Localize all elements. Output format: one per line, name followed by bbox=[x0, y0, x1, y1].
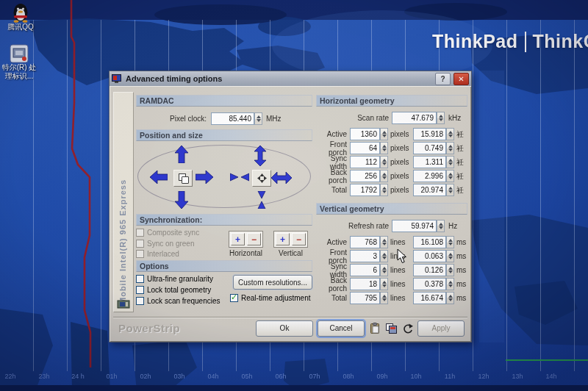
interlaced-checkbox-row: Interlaced bbox=[136, 249, 224, 259]
h-active-pixels-field[interactable]: 1360 bbox=[350, 128, 380, 140]
spinner[interactable] bbox=[380, 170, 388, 182]
spinner[interactable] bbox=[446, 142, 454, 154]
composite-sync-checkbox-row: Composite sync bbox=[136, 228, 224, 237]
tz-label: 05h bbox=[234, 373, 259, 380]
row-label: Active bbox=[316, 238, 350, 246]
unit-pixels: pixels bbox=[388, 172, 413, 180]
unit-lines: lines bbox=[388, 266, 413, 274]
vertical-minus-button[interactable]: − bbox=[292, 233, 306, 245]
realtime-adjustment-checkbox[interactable] bbox=[230, 294, 238, 302]
dialog-titlebar[interactable]: Advanced timing options ? ✕ bbox=[110, 71, 471, 87]
custom-resolutions-button[interactable]: Custom resolutions... bbox=[233, 275, 312, 290]
pixel-clock-row: Pixel clock: 85.440 MHz bbox=[136, 112, 312, 125]
h-back-porch-row: Back porch 256 pixels 2.996 衽 bbox=[316, 169, 467, 183]
h-sync-width-time-field[interactable]: 1.311 bbox=[413, 156, 446, 168]
shrink-horizontal-button[interactable] bbox=[230, 172, 249, 182]
move-down-button[interactable] bbox=[175, 191, 188, 209]
v-back-porch-time-field[interactable]: 0.378 bbox=[413, 278, 446, 290]
section-header-horizontal-geometry: Horizontal geometry bbox=[316, 95, 467, 107]
ok-button[interactable]: Ok bbox=[256, 320, 313, 337]
spinner[interactable] bbox=[380, 128, 388, 140]
v-total-lines-field[interactable]: 795 bbox=[350, 292, 380, 304]
pixel-clock-field[interactable]: 85.440 bbox=[211, 112, 254, 125]
row-label: Back porch bbox=[316, 168, 350, 184]
h-front-porch-time-field[interactable]: 0.749 bbox=[413, 142, 446, 154]
expand-horizontal-button[interactable] bbox=[271, 172, 292, 184]
tz-label: 23h bbox=[32, 373, 57, 380]
scan-rate-spinner[interactable] bbox=[437, 112, 445, 124]
h-total-pixels-field[interactable]: 1792 bbox=[350, 184, 380, 196]
ultra-fine-granularity-checkbox[interactable] bbox=[136, 275, 144, 283]
spinner[interactable] bbox=[380, 278, 388, 290]
intel-utility-icon bbox=[10, 44, 29, 63]
expand-vertical-button[interactable] bbox=[254, 146, 266, 166]
vertical-plus-button[interactable]: + bbox=[276, 233, 290, 245]
h-active-time-field[interactable]: 15.918 bbox=[413, 128, 446, 140]
v-active-time-field[interactable]: 16.108 bbox=[413, 236, 446, 248]
shrink-vertical-button[interactable] bbox=[257, 191, 267, 209]
overlapping-windows-icon bbox=[179, 173, 188, 183]
unit-ms: ms bbox=[454, 280, 467, 288]
spinner[interactable] bbox=[380, 142, 388, 154]
help-button[interactable]: ? bbox=[435, 73, 451, 85]
plus-icon: + bbox=[235, 235, 240, 244]
move-right-button[interactable] bbox=[196, 171, 213, 184]
v-sync-width-lines-field[interactable]: 6 bbox=[350, 264, 380, 276]
scan-rate-field[interactable]: 47.679 bbox=[392, 112, 437, 124]
help-icon: ? bbox=[440, 75, 445, 83]
cancel-button[interactable]: Cancel bbox=[318, 320, 365, 337]
spinner[interactable] bbox=[380, 264, 388, 276]
center-size-button[interactable] bbox=[252, 170, 271, 187]
spinner[interactable] bbox=[380, 250, 388, 262]
h-back-porch-time-field[interactable]: 2.996 bbox=[413, 170, 446, 182]
spinner[interactable] bbox=[446, 292, 454, 304]
close-button[interactable]: ✕ bbox=[453, 73, 469, 85]
v-front-porch-time-field[interactable]: 0.063 bbox=[413, 250, 446, 262]
h-sync-width-pixels-field[interactable]: 112 bbox=[350, 156, 380, 168]
pixel-clock-spinner[interactable] bbox=[254, 112, 262, 125]
v-back-porch-lines-field[interactable]: 18 bbox=[350, 278, 380, 290]
horizontal-minus-button[interactable]: − bbox=[247, 233, 261, 245]
map-green-line bbox=[506, 359, 588, 361]
move-left-button[interactable] bbox=[150, 171, 168, 184]
desktop-icon-intel-utility[interactable]: 特尔(R) 处 理标识... bbox=[0, 44, 38, 81]
paste-timings-button[interactable] bbox=[369, 323, 381, 334]
spinner[interactable] bbox=[446, 156, 454, 168]
refresh-rate-field[interactable]: 59.974 bbox=[392, 220, 437, 232]
sync-on-green-checkbox-row: Sync on green bbox=[136, 239, 224, 248]
lock-scan-frequencies-checkbox[interactable] bbox=[136, 297, 144, 305]
spinner[interactable] bbox=[380, 236, 388, 248]
move-up-button[interactable] bbox=[175, 146, 188, 163]
spinner[interactable] bbox=[446, 264, 454, 276]
spinner[interactable] bbox=[380, 156, 388, 168]
restore-timings-button[interactable] bbox=[401, 323, 413, 334]
lock-total-geometry-checkbox[interactable] bbox=[136, 286, 144, 294]
horizontal-label: Horizontal bbox=[229, 249, 263, 257]
h-back-porch-pixels-field[interactable]: 256 bbox=[350, 170, 380, 182]
spinner[interactable] bbox=[446, 184, 454, 196]
desktop-icon-qq[interactable]: 腾讯QQ bbox=[1, 2, 40, 32]
dialog-title: Advanced timing options bbox=[124, 74, 432, 83]
h-total-time-field[interactable]: 20.974 bbox=[413, 184, 446, 196]
spinner[interactable] bbox=[446, 128, 454, 140]
center-position-button[interactable] bbox=[173, 170, 193, 187]
spinner[interactable] bbox=[380, 184, 388, 196]
v-total-row: Total 795 lines 16.674 ms bbox=[316, 291, 467, 305]
v-total-time-field[interactable]: 16.674 bbox=[413, 292, 446, 304]
v-sync-width-time-field[interactable]: 0.126 bbox=[413, 264, 446, 276]
refresh-rate-spinner[interactable] bbox=[437, 220, 445, 232]
unit-us: 衽 bbox=[454, 185, 467, 196]
qq-penguin-icon bbox=[11, 2, 30, 23]
v-front-porch-lines-field[interactable]: 3 bbox=[350, 250, 380, 262]
v-active-lines-field[interactable]: 768 bbox=[350, 236, 380, 248]
horizontal-plus-button[interactable]: + bbox=[231, 233, 245, 245]
spinner[interactable] bbox=[446, 278, 454, 290]
copy-timings-button[interactable] bbox=[385, 323, 397, 334]
spinner[interactable] bbox=[446, 236, 454, 248]
spinner[interactable] bbox=[446, 250, 454, 262]
spinner[interactable] bbox=[380, 292, 388, 304]
h-front-porch-pixels-field[interactable]: 64 bbox=[350, 142, 380, 154]
position-size-panel bbox=[136, 143, 312, 209]
spinner[interactable] bbox=[446, 170, 454, 182]
apply-button: Apply bbox=[417, 320, 465, 337]
